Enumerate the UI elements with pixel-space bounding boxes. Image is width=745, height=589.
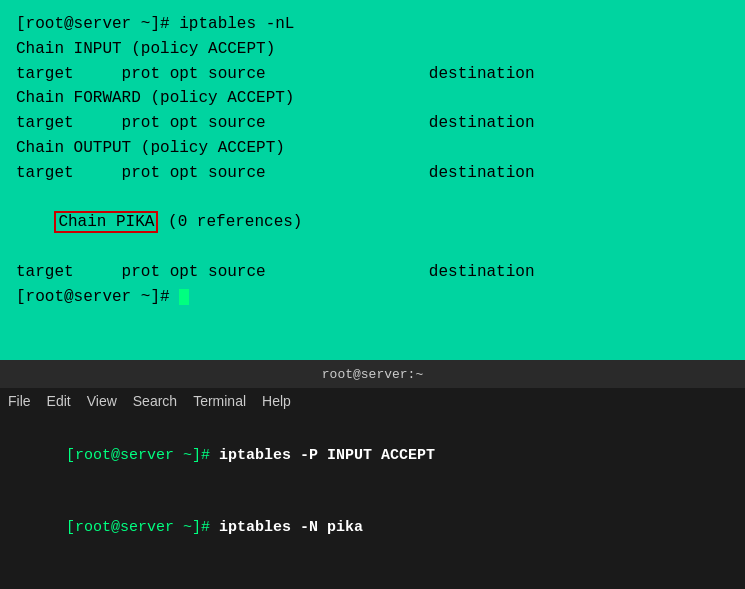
bottom-cmd-1: iptables -P INPUT ACCEPT <box>219 447 435 464</box>
top-line-8: Chain OUTPUT (policy ACCEPT) <box>16 136 729 161</box>
top-line-11: target prot opt source destination <box>16 260 729 285</box>
chain-pika-label: Chain PIKA <box>54 211 158 233</box>
top-line-9: target prot opt source destination <box>16 161 729 186</box>
menu-view[interactable]: View <box>87 393 117 409</box>
chain-pika-rest: (0 references) <box>158 213 302 231</box>
top-terminal-section: [root@server ~]# iptables -nL Chain INPU… <box>0 0 745 360</box>
menu-help[interactable]: Help <box>262 393 291 409</box>
top-line-6: target prot opt source destination <box>16 111 729 136</box>
cursor <box>179 289 189 305</box>
menu-edit[interactable]: Edit <box>47 393 71 409</box>
bottom-prompt-2: [root@server ~]# <box>66 519 219 536</box>
top-line-3: target prot opt source destination <box>16 62 729 87</box>
menu-file[interactable]: File <box>8 393 31 409</box>
bottom-cmd-2: iptables -N pika <box>219 519 363 536</box>
menu-search[interactable]: Search <box>133 393 177 409</box>
bottom-line-1: [root@server ~]# iptables -P INPUT ACCEP… <box>12 420 733 492</box>
bottom-line-3: [root@server ~]# iptables -E pika PIKA 更… <box>12 564 733 589</box>
top-line-chain-pika: Chain PIKA (0 references) <box>16 186 729 260</box>
terminal-menubar: File Edit View Search Terminal Help <box>0 388 745 414</box>
top-line-1: [root@server ~]# iptables -nL <box>16 12 729 37</box>
menu-terminal[interactable]: Terminal <box>193 393 246 409</box>
titlebar-text: root@server:~ <box>322 367 423 382</box>
top-line-2: Chain INPUT (policy ACCEPT) <box>16 37 729 62</box>
bottom-terminal-section: root@server:~ File Edit View Search Term… <box>0 360 745 589</box>
top-line-5: Chain FORWARD (policy ACCEPT) <box>16 86 729 111</box>
top-line-12: [root@server ~]# <box>16 285 729 310</box>
bottom-prompt-1: [root@server ~]# <box>66 447 219 464</box>
terminal-titlebar: root@server:~ <box>0 360 745 388</box>
bottom-line-2: [root@server ~]# iptables -N pika <box>12 492 733 564</box>
terminal-content: [root@server ~]# iptables -P INPUT ACCEP… <box>0 414 745 589</box>
prompt-end: [root@server ~]# <box>16 288 179 306</box>
